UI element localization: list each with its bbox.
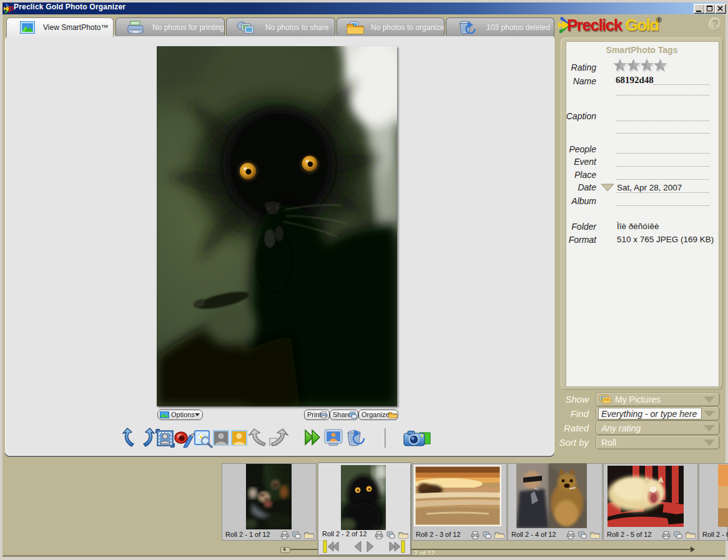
- svg-text:P: P: [8, 4, 14, 14]
